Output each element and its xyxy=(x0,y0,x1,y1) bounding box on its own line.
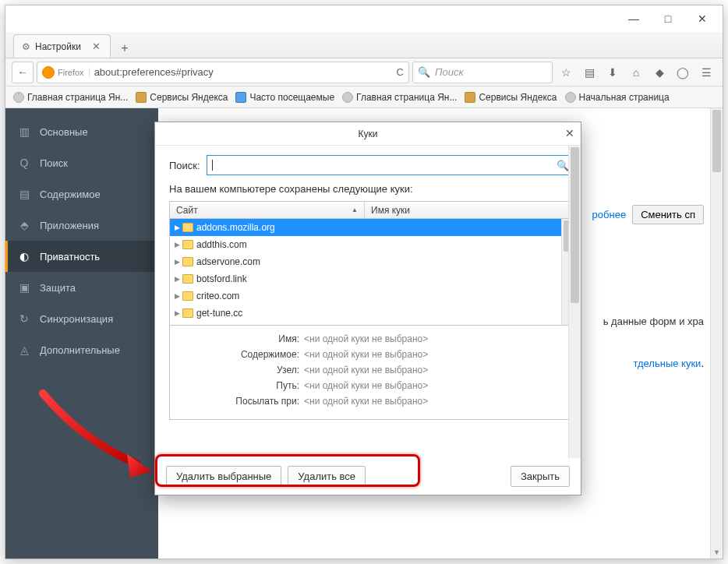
scroll-thumb[interactable] xyxy=(712,110,721,172)
general-icon: ▥ xyxy=(18,125,30,138)
twisty-icon[interactable]: ▶ xyxy=(175,258,182,266)
folder-icon xyxy=(136,92,147,103)
twisty-icon[interactable]: ▶ xyxy=(175,292,182,300)
sidebar-item-security[interactable]: ▣Защита xyxy=(5,272,158,303)
folder-icon xyxy=(465,92,475,103)
detail-value: <ни одной куки не выбрано> xyxy=(304,365,428,375)
table-row[interactable]: ▶get-tune.cc xyxy=(170,305,574,322)
reader-view-icon[interactable]: ▤ xyxy=(579,62,599,83)
table-body: ▶addons.mozilla.org ▶addthis.com ▶adserv… xyxy=(170,219,574,325)
table-row[interactable]: ▶addthis.com xyxy=(170,236,574,253)
search-icon: 🔍 xyxy=(418,66,430,78)
detail-label-host: Узел: xyxy=(179,365,304,375)
column-site[interactable]: Сайт ▲ xyxy=(170,202,365,218)
cookie-search-input[interactable]: 🔍 xyxy=(207,155,574,175)
firefox-icon xyxy=(42,66,55,79)
gear-icon: ⚙ xyxy=(22,41,30,52)
preferences-sidebar: ▥Основные QПоиск ▤Содержимое ⬘Приложения… xyxy=(5,108,158,559)
search-icon: Q xyxy=(18,157,30,169)
cookies-dialog: Куки ✕ Поиск: 🔍 На вашем компьютере сохр… xyxy=(154,122,581,495)
dialog-body: Поиск: 🔍 На вашем компьютере сохранены с… xyxy=(155,146,581,458)
sidebar-item-privacy[interactable]: ◐Приватность xyxy=(5,241,158,272)
twisty-icon[interactable]: ▶ xyxy=(175,309,182,317)
change-button[interactable]: Сменить сп xyxy=(632,205,704,224)
detail-label-send: Посылать при: xyxy=(179,396,304,407)
globe-icon xyxy=(565,92,576,103)
bookmark-item[interactable]: Главная страница Ян... xyxy=(13,92,128,103)
tab-settings[interactable]: ⚙ Настройки ✕ xyxy=(13,34,111,58)
sidebar-item-content[interactable]: ▤Содержимое xyxy=(5,178,158,210)
dialog-description: На вашем компьютере сохранены следующие … xyxy=(169,183,574,195)
tab-close-icon[interactable]: ✕ xyxy=(92,41,101,52)
bookmarks-toolbar: Главная страница Ян... Сервисы Яндекса Ч… xyxy=(5,86,723,108)
window-titlebar: — □ ✕ xyxy=(5,5,723,32)
menu-icon[interactable]: ☰ xyxy=(696,62,716,83)
content-icon: ▤ xyxy=(18,188,30,200)
window-maximize-button[interactable]: □ xyxy=(651,8,685,30)
apps-icon: ⬘ xyxy=(18,219,30,231)
bookmark-item[interactable]: Главная страница Ян... xyxy=(342,92,457,103)
globe-icon xyxy=(13,92,24,103)
folder-icon xyxy=(182,308,193,318)
reload-icon[interactable]: C xyxy=(397,66,404,78)
identity-label: Firefox xyxy=(58,68,90,77)
twisty-icon[interactable]: ▶ xyxy=(175,241,182,249)
downloads-icon[interactable]: ⬇ xyxy=(603,62,623,83)
bookmark-item[interactable]: Начальная страница xyxy=(565,92,670,103)
sidebar-item-search[interactable]: QПоиск xyxy=(5,147,158,178)
detail-value: <ни одной куки не выбрано> xyxy=(304,333,428,344)
new-tab-button[interactable]: + xyxy=(115,39,134,58)
privacy-icon: ◐ xyxy=(18,250,30,263)
sidebar-item-advanced[interactable]: ◬Дополнительные xyxy=(5,334,158,365)
folder-icon xyxy=(182,291,193,301)
bookmark-star-icon[interactable]: ☆ xyxy=(556,62,576,83)
cookie-details: Имя:<ни одной куки не выбрано> Содержимо… xyxy=(169,326,574,420)
url-text: about:preferences#privacy xyxy=(94,66,214,78)
scroll-down-icon[interactable]: ▼ xyxy=(711,546,723,559)
back-button[interactable]: ← xyxy=(12,62,34,83)
detail-label-path: Путь: xyxy=(179,380,304,391)
sync-icon: ↻ xyxy=(18,312,30,325)
dialog-footer: Удалить выбранные Удалить все Закрыть xyxy=(155,458,581,495)
delete-selected-button[interactable]: Удалить выбранные xyxy=(166,466,281,487)
main-scrollbar[interactable]: ▲ ▼ xyxy=(710,108,723,559)
folder-icon xyxy=(182,257,193,266)
bookmark-item[interactable]: Сервисы Яндекса xyxy=(136,92,228,103)
folder-icon xyxy=(182,223,193,232)
delete-all-button[interactable]: Удалить все xyxy=(288,466,366,487)
table-row[interactable]: ▶criteo.com xyxy=(170,287,574,305)
sidebar-item-sync[interactable]: ↻Синхронизация xyxy=(5,303,158,334)
detail-label-content: Содержимое: xyxy=(179,349,304,360)
table-row[interactable]: ▶addons.mozilla.org xyxy=(170,219,574,236)
scroll-thumb[interactable] xyxy=(571,147,579,303)
window-minimize-button[interactable]: — xyxy=(617,8,651,30)
sidebar-item-general[interactable]: ▥Основные xyxy=(5,116,158,147)
window-close-button[interactable]: ✕ xyxy=(685,8,719,30)
table-row[interactable]: ▶botsford.link xyxy=(170,270,574,287)
detail-value: <ни одной куки не выбрано> xyxy=(304,396,428,407)
individual-cookies-link[interactable]: тдельные куки xyxy=(633,358,701,369)
twisty-icon[interactable]: ▶ xyxy=(175,224,182,231)
dialog-title: Куки xyxy=(359,129,378,139)
twisty-icon[interactable]: ▶ xyxy=(175,275,182,283)
sort-arrow-icon: ▲ xyxy=(352,206,358,213)
dialog-close-icon[interactable]: ✕ xyxy=(565,127,574,139)
navigation-toolbar: ← Firefox about:preferences#privacy C 🔍 … xyxy=(5,58,723,86)
close-button[interactable]: Закрыть xyxy=(511,466,570,487)
detail-value: <ни одной куки не выбрано> xyxy=(304,349,428,360)
bookmark-item[interactable]: Часто посещаемые xyxy=(235,92,334,103)
table-row[interactable]: ▶adservone.com xyxy=(170,253,574,270)
url-bar[interactable]: Firefox about:preferences#privacy C xyxy=(37,62,409,83)
pocket-icon[interactable]: ◆ xyxy=(649,62,670,83)
dialog-titlebar: Куки ✕ xyxy=(155,122,581,146)
home-icon[interactable]: ⌂ xyxy=(626,62,646,83)
learn-more-link[interactable]: робнее xyxy=(592,209,627,220)
search-box[interactable]: 🔍 Поиск xyxy=(412,62,553,83)
bookmark-item[interactable]: Сервисы Яндекса xyxy=(465,92,557,103)
forms-text: ь данные форм и хра xyxy=(603,315,704,327)
globe-icon xyxy=(342,92,353,103)
sidebar-item-applications[interactable]: ⬘Приложения xyxy=(5,210,158,241)
column-cookie-name[interactable]: Имя куки xyxy=(365,202,574,218)
shield-icon[interactable]: ◯ xyxy=(673,62,693,83)
dialog-scrollbar[interactable] xyxy=(568,146,581,458)
